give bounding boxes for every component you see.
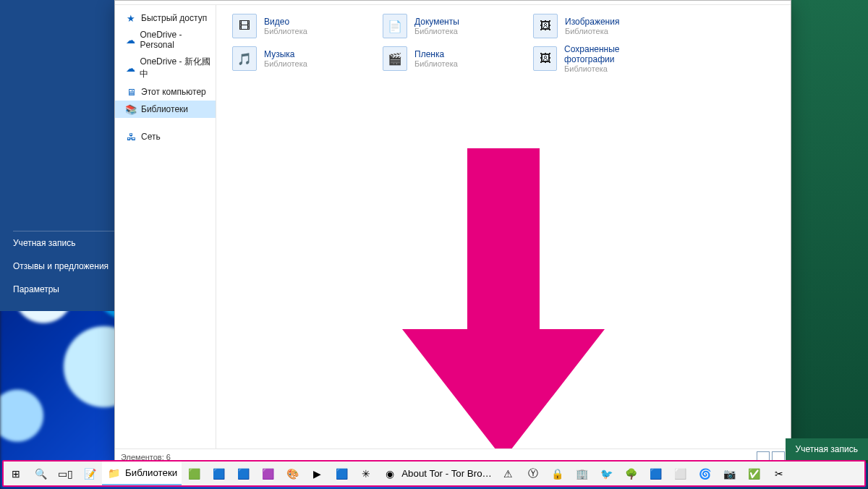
taskbar-media-player[interactable]: ▶ [305, 462, 329, 485]
app-teal-icon: 🟦 [236, 467, 250, 481]
taskbar[interactable]: ⊞🔍▭▯📝📁Библиотеки🟩🟦🟦🟪🎨▶🟦✳◉About Tor - Tor… [4, 462, 864, 485]
app-white-icon: ⬜ [673, 467, 688, 481]
library-subtitle: Библиотека [414, 59, 458, 68]
taskbar-app-teal[interactable]: 🟦 [231, 462, 255, 485]
library-item[interactable]: 🖼Сохраненные фотографииБиблиотека [533, 44, 669, 73]
library-name: Сохраненные фотографии [564, 44, 669, 64]
library-subtitle: Библиотека [564, 64, 669, 73]
app-green-icon: 🟩 [187, 467, 201, 481]
tor-browser-icon: ◉ [383, 467, 397, 481]
taskbar-todo[interactable]: ✅ [742, 462, 767, 485]
warning-icon: ⚠ [501, 467, 516, 481]
taskbar-snip[interactable]: ✂ [767, 462, 791, 485]
taskbar-yandex[interactable]: Ⓨ [521, 462, 545, 485]
od-icon: ☁ [125, 34, 136, 46]
app-purple-icon: 🟪 [260, 467, 275, 481]
explorer-icon: 📁 [106, 466, 121, 480]
taskbar-warning[interactable]: ⚠ [496, 462, 521, 485]
desktop-wallpaper-right [781, 0, 868, 463]
app-d-icon: 🟦 [649, 467, 663, 481]
app-word-icon: 🟦 [211, 467, 226, 481]
navigation-pane[interactable]: ★Быстрый доступ☁OneDrive - Personal☁OneD… [115, 5, 216, 448]
library-item[interactable]: 🖼ИзображенияБиблиотека [533, 14, 669, 38]
taskbar-explorer[interactable]: 📁Библиотеки [102, 462, 182, 485]
start-menu-item[interactable]: Учетная запись [0, 231, 129, 255]
tree-icon: 🌳 [624, 467, 639, 481]
nav-label: Библиотеки [141, 104, 188, 114]
nav-item-lib[interactable]: 📚Библиотеки [115, 101, 216, 118]
snip-icon: ✂ [772, 467, 786, 481]
start-button-icon: ⊞ [9, 467, 23, 481]
taskbar-app-blue2[interactable]: 🟦 [329, 462, 354, 485]
annotation-arrow-icon [388, 148, 619, 448]
taskbar-app-d[interactable]: 🟦 [644, 462, 668, 485]
search-button-icon: 🔍 [33, 467, 48, 481]
library-subtitle: Библиотека [414, 27, 459, 35]
taskbar-app-word[interactable]: 🟦 [206, 462, 231, 485]
app-orange-icon: 🎨 [285, 467, 299, 481]
taskbar-taskview-button[interactable]: ▭▯ [53, 462, 77, 485]
nav-item-net[interactable]: 🖧Сеть [115, 128, 216, 145]
start-menu-item[interactable]: Отзывы и предложения [0, 255, 129, 278]
nav-label: OneDrive - Personal [140, 30, 212, 50]
library-icon: 🖼 [533, 14, 558, 38]
nav-label: Быстрый доступ [141, 13, 207, 23]
taskbar-app-white[interactable]: ⬜ [668, 462, 693, 485]
taskbar-app-green[interactable]: 🟩 [182, 462, 206, 485]
nav-item-pc[interactable]: 🖥Этот компьютер [115, 83, 216, 101]
app-cyan-icon: 🏢 [575, 467, 590, 481]
taskbar-lock-app[interactable]: 🔒 [545, 462, 570, 485]
nav-label: OneDrive - 新化國中 [140, 56, 211, 80]
od-icon: ☁ [125, 62, 135, 74]
library-name: Изображения [565, 17, 619, 27]
todo-icon: ✅ [747, 467, 762, 481]
content-pane[interactable]: 🎞ВидеоБиблиотека📄ДокументыБиблиотека🖼Изо… [216, 5, 791, 448]
library-name: Пленка [414, 49, 458, 59]
nav-item-quick[interactable]: ★Быстрый доступ [115, 9, 216, 27]
library-subtitle: Библиотека [264, 59, 307, 68]
yandex-icon: Ⓨ [526, 467, 540, 481]
taskbar-label: Библиотеки [125, 467, 177, 478]
net-icon: 🖧 [125, 131, 137, 143]
taskbar-app-swoosh[interactable]: 🌀 [693, 462, 718, 485]
library-icon: 🎞 [232, 14, 257, 38]
library-icon: 🎬 [383, 46, 407, 71]
library-item[interactable]: 🎬ПленкаБиблиотека [383, 44, 519, 73]
taskbar-tree[interactable]: 🌳 [619, 462, 644, 485]
library-name: Музыка [264, 49, 307, 59]
library-subtitle: Библиотека [565, 27, 619, 35]
nav-label: Сеть [141, 132, 161, 142]
media-player-icon: ▶ [310, 467, 324, 481]
taskbar-colibri[interactable]: 🐦 [595, 462, 619, 485]
taskbar-app-dark[interactable]: ✳ [354, 462, 378, 485]
pc-icon: 🖥 [125, 86, 137, 98]
taskbar-label: About Tor - Tor Bro… [401, 468, 492, 479]
taskbar-instagram[interactable]: 📷 [718, 462, 742, 485]
taskbar-sticky-notes[interactable]: 📝 [77, 462, 102, 485]
start-menu-item[interactable]: Параметры [0, 278, 129, 301]
taskbar-search-button[interactable]: 🔍 [28, 462, 53, 485]
account-tile[interactable]: Учетная запись [786, 438, 868, 460]
quick-icon: ★ [125, 12, 137, 24]
library-item[interactable]: 📄ДокументыБиблиотека [383, 14, 519, 38]
library-name: Видео [264, 17, 307, 27]
lib-icon: 📚 [125, 103, 137, 115]
app-dark-icon: ✳ [359, 467, 373, 481]
nav-item-od[interactable]: ☁OneDrive - 新化國中 [115, 53, 216, 83]
taskbar-app-cyan[interactable]: 🏢 [570, 462, 595, 485]
app-swoosh-icon: 🌀 [698, 467, 712, 481]
library-item[interactable]: 🎵МузыкаБиблиотека [232, 44, 368, 73]
app-blue2-icon: 🟦 [334, 467, 349, 481]
sticky-notes-icon: 📝 [82, 467, 97, 481]
taskbar-app-purple[interactable]: 🟪 [255, 462, 280, 485]
library-icon: 📄 [383, 14, 407, 38]
lock-app-icon: 🔒 [550, 467, 565, 481]
colibri-icon: 🐦 [600, 467, 614, 481]
nav-item-od[interactable]: ☁OneDrive - Personal [115, 27, 216, 53]
taskbar-start-button[interactable]: ⊞ [4, 462, 28, 485]
file-explorer-window: ★Быстрый доступ☁OneDrive - Personal☁OneD… [114, 0, 791, 465]
library-item[interactable]: 🎞ВидеоБиблиотека [232, 14, 368, 38]
start-menu-panel: Учетная записьОтзывы и предложенияПараме… [0, 0, 129, 311]
taskbar-app-orange[interactable]: 🎨 [280, 462, 305, 485]
taskbar-tor-browser[interactable]: ◉About Tor - Tor Bro… [378, 462, 496, 485]
